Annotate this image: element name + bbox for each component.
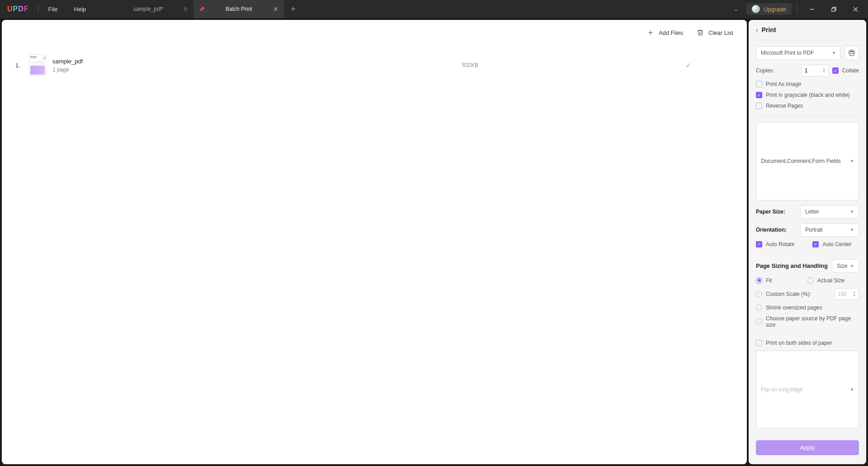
tab-bar: sample_pdf* 📌 Batch Print ✕ + xyxy=(103,0,302,18)
shrink-radio[interactable]: Shrink oversized pages xyxy=(756,304,859,311)
flip-select[interactable]: Flip on long edge ▼ xyxy=(756,351,859,429)
radio-icon xyxy=(756,277,762,284)
file-index: 1. xyxy=(15,62,29,69)
both-sides-label: Print on both sides of paper xyxy=(766,340,832,346)
grayscale-checkbox[interactable]: Print in grayscale (black and white) xyxy=(756,92,859,98)
printer-settings-button[interactable] xyxy=(844,46,859,60)
file-size: 532KB xyxy=(462,62,643,68)
checkbox-icon xyxy=(756,241,762,247)
spinner-down[interactable]: ▼ xyxy=(853,294,856,297)
add-files-button[interactable]: Add Files xyxy=(647,29,683,36)
sizing-select[interactable]: Size ▼ xyxy=(832,259,859,273)
radio-icon xyxy=(756,319,762,325)
radio-icon xyxy=(756,304,762,311)
paper-size-value: Letter xyxy=(805,209,819,215)
collate-label: Collate xyxy=(842,67,859,74)
svg-rect-0 xyxy=(184,9,187,11)
orientation-value: Portrait xyxy=(805,227,823,233)
close-icon[interactable]: ✕ xyxy=(273,5,278,13)
menu-help[interactable]: Help xyxy=(66,6,94,13)
spinner-down[interactable]: ▼ xyxy=(823,71,826,74)
printer-select-value: Microsoft Print to PDF xyxy=(761,50,814,56)
panel-footer: Apply xyxy=(749,434,866,464)
app-logo: UPDF xyxy=(0,5,36,13)
svg-rect-2 xyxy=(832,8,835,11)
paper-source-radio[interactable]: Choose paper source by PDF page size xyxy=(756,315,859,328)
tab-label: sample_pdf* xyxy=(133,6,164,12)
actual-size-label: Actual Size xyxy=(817,277,844,284)
clear-list-button[interactable]: Clear List xyxy=(697,29,733,36)
both-sides-checkbox[interactable]: Print on both sides of paper xyxy=(756,340,859,346)
custom-scale-field[interactable] xyxy=(838,291,851,297)
sizing-select-value: Size xyxy=(837,263,847,269)
divider xyxy=(756,115,859,116)
file-pages: 1 page xyxy=(52,67,83,73)
flip-select-value: Flip on long edge xyxy=(761,386,802,393)
avatar xyxy=(752,5,760,13)
custom-scale-radio[interactable]: Custom Scale (%): xyxy=(756,291,811,297)
caret-icon: ▼ xyxy=(850,159,854,163)
print-as-image-label: Print As Image xyxy=(766,81,801,87)
caret-icon: ▼ xyxy=(850,264,854,268)
checkbox-icon xyxy=(756,81,762,87)
grayscale-label: Print in grayscale (black and white) xyxy=(766,92,850,98)
custom-scale-input[interactable]: ▲▼ xyxy=(835,288,859,300)
file-row[interactable]: 1. PDF sample_pdf 1 page 532KB ✓ xyxy=(15,50,733,81)
upgrade-button[interactable]: Upgrade xyxy=(746,3,792,15)
apply-button[interactable]: Apply xyxy=(756,440,859,455)
radio-icon xyxy=(807,277,814,284)
tab-add-button[interactable]: + xyxy=(284,5,302,14)
paper-size-select[interactable]: Letter ▼ xyxy=(800,205,859,219)
panel-title: Print xyxy=(762,26,776,33)
print-panel: ‹ Print Microsoft Print to PDF ▼ Copies:… xyxy=(749,20,866,464)
minimize-button[interactable] xyxy=(803,2,821,16)
panel-header: ‹ Print xyxy=(749,20,866,40)
chevron-down-icon[interactable]: ⌄ xyxy=(729,6,743,12)
auto-rotate-checkbox[interactable]: Auto Rotate xyxy=(756,241,794,247)
add-files-label: Add Files xyxy=(659,29,683,36)
reverse-pages-checkbox[interactable]: Reverse Pages xyxy=(756,103,859,109)
auto-center-checkbox[interactable]: Auto Center xyxy=(812,241,851,247)
content-select[interactable]: Document,Comment,Form Fields ▼ xyxy=(756,122,859,200)
svg-rect-10 xyxy=(850,53,854,56)
copies-input[interactable]: ▲▼ xyxy=(802,65,829,76)
copies-label: Copies: xyxy=(756,67,798,74)
main-toolbar: Add Files Clear List xyxy=(2,20,747,41)
collate-checkbox[interactable]: Collate xyxy=(832,67,859,74)
checkbox-icon xyxy=(812,241,819,247)
auto-center-label: Auto Center xyxy=(822,241,851,247)
orientation-label: Orientation: xyxy=(756,227,797,233)
fit-radio[interactable]: Fit xyxy=(756,277,807,284)
custom-scale-label: Custom Scale (%): xyxy=(766,291,811,297)
tab-label: Batch Print xyxy=(226,6,252,12)
checkbox-icon xyxy=(756,92,762,98)
actual-size-radio[interactable]: Actual Size xyxy=(807,277,859,284)
panel-content: Microsoft Print to PDF ▼ Copies: ▲▼ Coll… xyxy=(749,40,866,434)
menu-file[interactable]: File xyxy=(40,6,66,13)
spinner-up[interactable]: ▲ xyxy=(853,291,856,294)
print-as-image-checkbox[interactable]: Print As Image xyxy=(756,81,859,87)
paper-source-label: Choose paper source by PDF page size xyxy=(766,315,859,328)
tab-batch-print[interactable]: 📌 Batch Print ✕ xyxy=(193,0,284,18)
main-panel: Add Files Clear List 1. PDF sample_pdf 1… xyxy=(2,20,747,464)
file-name: sample_pdf xyxy=(52,58,83,65)
clear-list-label: Clear List xyxy=(708,29,733,36)
orientation-select[interactable]: Portrait ▼ xyxy=(800,223,859,237)
spinner-up[interactable]: ▲ xyxy=(823,67,826,71)
printer-select[interactable]: Microsoft Print to PDF ▼ xyxy=(756,46,841,60)
checkbox-icon xyxy=(756,340,762,346)
divider xyxy=(797,5,797,13)
back-icon[interactable]: ‹ xyxy=(756,26,758,33)
file-thumbnail: PDF xyxy=(29,54,46,76)
copies-field[interactable] xyxy=(805,67,818,74)
reverse-pages-label: Reverse Pages xyxy=(766,103,803,109)
tab-sample-pdf[interactable]: sample_pdf* xyxy=(103,0,193,18)
maximize-button[interactable] xyxy=(825,2,843,16)
caret-icon: ▼ xyxy=(832,51,836,55)
caret-icon: ▼ xyxy=(850,387,854,392)
close-button[interactable] xyxy=(846,2,864,16)
paper-size-label: Paper Size: xyxy=(756,209,797,215)
file-info: sample_pdf 1 page xyxy=(52,58,83,73)
check-icon: ✓ xyxy=(685,62,691,69)
sizing-title: Page Sizing and Handling xyxy=(756,262,828,269)
